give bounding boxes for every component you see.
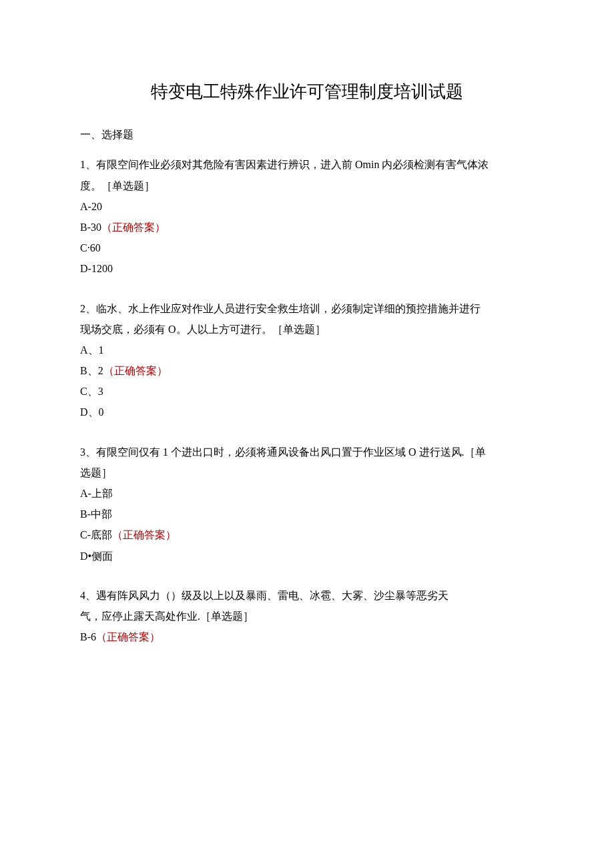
option: B-6（正确答案）: [80, 626, 534, 647]
option: C-底部（正确答案）: [80, 524, 534, 545]
question-block: 4、遇有阵风风力（）级及以上以及暴雨、雷电、冰雹、大雾、沙尘暴等恶劣天 气，应停…: [80, 585, 534, 648]
option: C、3: [80, 381, 534, 402]
question-stem: 3、有限空间仅有 1 个进出口时，必须将通风设备出风口置于作业区域 O 进行送风…: [80, 442, 534, 462]
option-label: D•侧面: [80, 550, 113, 562]
option: C·60: [80, 238, 534, 258]
question-stem: 4、遇有阵风风力（）级及以上以及暴雨、雷电、冰雹、大雾、沙尘暴等恶劣天: [80, 585, 534, 606]
document-title: 特变电工特殊作业许可管理制度培训试题: [80, 80, 534, 103]
option: A-20: [80, 196, 534, 217]
question-stem: 度。［单选题］: [80, 175, 534, 196]
option-label: B-30: [80, 222, 101, 233]
question-stem: 现场交底，必须有 O。人以上方可进行。［单选题］: [80, 319, 534, 340]
option-label: B、2: [80, 365, 103, 376]
option: D、0: [80, 402, 534, 422]
option: D•侧面: [80, 546, 534, 566]
option-label: B-6: [80, 631, 96, 642]
option-label: D、0: [80, 406, 104, 418]
option-label: B-中部: [80, 508, 112, 520]
question-stem: 选题］: [80, 462, 534, 483]
question-stem: 气，应停止露天高处作业.［单选题］: [80, 606, 534, 626]
question-stem: 2、临水、水上作业应对作业人员进行安全救生培训，必须制定详细的预控措施并进行: [80, 298, 534, 319]
correct-flag: （正确答案）: [101, 222, 166, 233]
option-label: C·60: [80, 242, 101, 254]
correct-flag: （正确答案）: [96, 631, 160, 642]
question-block: 2、临水、水上作业应对作业人员进行安全救生培训，必须制定详细的预控措施并进行 现…: [80, 298, 534, 423]
option-label: D-1200: [80, 263, 113, 274]
option-label: C-底部: [80, 529, 112, 540]
option: B-30（正确答案）: [80, 217, 534, 238]
option-label: A-20: [80, 201, 102, 212]
document-page: 特变电工特殊作业许可管理制度培训试题 一、选择题 1、有限空间作业必须对其危险有…: [0, 0, 614, 706]
option-label: A、1: [80, 344, 104, 356]
question-block: 1、有限空间作业必须对其危险有害因素进行辨识，进入前 Omin 内必须检测有害气…: [80, 154, 534, 279]
correct-flag: （正确答案）: [112, 529, 176, 540]
question-block: 3、有限空间仅有 1 个进出口时，必须将通风设备出风口置于作业区域 O 进行送风…: [80, 442, 534, 566]
question-stem: 1、有限空间作业必须对其危险有害因素进行辨识，进入前 Omin 内必须检测有害气…: [80, 154, 534, 175]
option-label: A-上部: [80, 488, 113, 499]
option-label: C、3: [80, 386, 103, 397]
option: D-1200: [80, 258, 534, 279]
option: B-中部: [80, 504, 534, 524]
correct-flag: （正确答案）: [103, 365, 168, 376]
option: A-上部: [80, 483, 534, 504]
option: A、1: [80, 340, 534, 360]
option: B、2（正确答案）: [80, 360, 534, 381]
section-heading: 一、选择题: [80, 125, 534, 145]
